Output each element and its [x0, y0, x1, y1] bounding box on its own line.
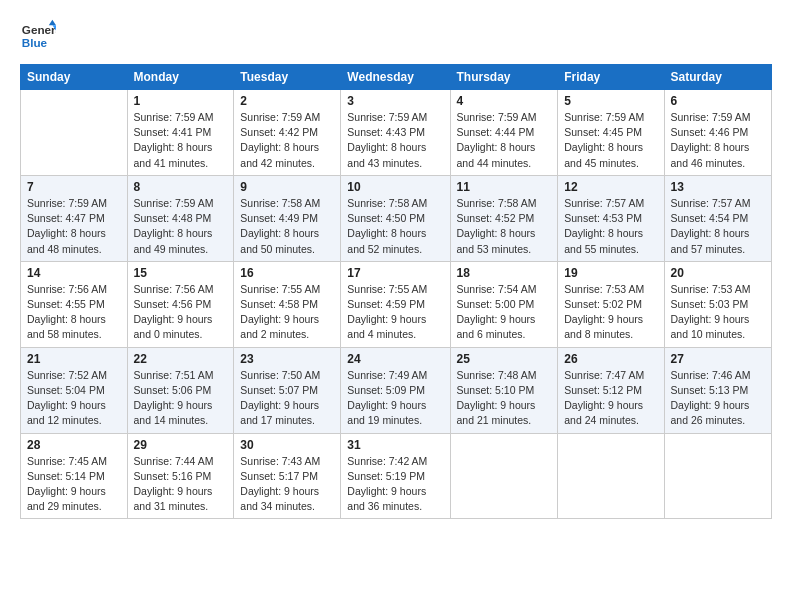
logo-icon: General Blue [20, 18, 56, 54]
calendar-cell: 30Sunrise: 7:43 AM Sunset: 5:17 PM Dayli… [234, 433, 341, 519]
day-number: 17 [347, 266, 443, 280]
calendar-cell: 28Sunrise: 7:45 AM Sunset: 5:14 PM Dayli… [21, 433, 128, 519]
calendar-body: 1Sunrise: 7:59 AM Sunset: 4:41 PM Daylig… [21, 90, 772, 519]
day-info: Sunrise: 7:48 AM Sunset: 5:10 PM Dayligh… [457, 368, 552, 429]
day-number: 20 [671, 266, 765, 280]
calendar-week-row: 14Sunrise: 7:56 AM Sunset: 4:55 PM Dayli… [21, 261, 772, 347]
day-number: 3 [347, 94, 443, 108]
day-info: Sunrise: 7:56 AM Sunset: 4:55 PM Dayligh… [27, 282, 121, 343]
weekday-header-row: SundayMondayTuesdayWednesdayThursdayFrid… [21, 65, 772, 90]
calendar-cell: 5Sunrise: 7:59 AM Sunset: 4:45 PM Daylig… [558, 90, 664, 176]
day-info: Sunrise: 7:44 AM Sunset: 5:16 PM Dayligh… [134, 454, 228, 515]
day-number: 1 [134, 94, 228, 108]
day-number: 5 [564, 94, 657, 108]
weekday-header-cell: Thursday [450, 65, 558, 90]
day-number: 13 [671, 180, 765, 194]
day-info: Sunrise: 7:57 AM Sunset: 4:53 PM Dayligh… [564, 196, 657, 257]
calendar-cell: 29Sunrise: 7:44 AM Sunset: 5:16 PM Dayli… [127, 433, 234, 519]
day-info: Sunrise: 7:59 AM Sunset: 4:48 PM Dayligh… [134, 196, 228, 257]
calendar-cell [664, 433, 771, 519]
day-info: Sunrise: 7:52 AM Sunset: 5:04 PM Dayligh… [27, 368, 121, 429]
weekday-header-cell: Saturday [664, 65, 771, 90]
calendar-cell: 11Sunrise: 7:58 AM Sunset: 4:52 PM Dayli… [450, 175, 558, 261]
day-info: Sunrise: 7:58 AM Sunset: 4:50 PM Dayligh… [347, 196, 443, 257]
day-info: Sunrise: 7:42 AM Sunset: 5:19 PM Dayligh… [347, 454, 443, 515]
calendar-cell: 1Sunrise: 7:59 AM Sunset: 4:41 PM Daylig… [127, 90, 234, 176]
calendar-cell: 16Sunrise: 7:55 AM Sunset: 4:58 PM Dayli… [234, 261, 341, 347]
day-info: Sunrise: 7:53 AM Sunset: 5:02 PM Dayligh… [564, 282, 657, 343]
calendar-cell: 27Sunrise: 7:46 AM Sunset: 5:13 PM Dayli… [664, 347, 771, 433]
calendar-cell: 19Sunrise: 7:53 AM Sunset: 5:02 PM Dayli… [558, 261, 664, 347]
weekday-header-cell: Friday [558, 65, 664, 90]
day-number: 31 [347, 438, 443, 452]
day-number: 4 [457, 94, 552, 108]
weekday-header-cell: Wednesday [341, 65, 450, 90]
day-number: 28 [27, 438, 121, 452]
header: General Blue [20, 18, 772, 54]
calendar-week-row: 28Sunrise: 7:45 AM Sunset: 5:14 PM Dayli… [21, 433, 772, 519]
calendar-cell: 18Sunrise: 7:54 AM Sunset: 5:00 PM Dayli… [450, 261, 558, 347]
day-info: Sunrise: 7:54 AM Sunset: 5:00 PM Dayligh… [457, 282, 552, 343]
calendar-cell: 17Sunrise: 7:55 AM Sunset: 4:59 PM Dayli… [341, 261, 450, 347]
day-number: 26 [564, 352, 657, 366]
day-number: 14 [27, 266, 121, 280]
day-info: Sunrise: 7:56 AM Sunset: 4:56 PM Dayligh… [134, 282, 228, 343]
day-number: 11 [457, 180, 552, 194]
calendar-cell [21, 90, 128, 176]
day-number: 2 [240, 94, 334, 108]
day-info: Sunrise: 7:59 AM Sunset: 4:43 PM Dayligh… [347, 110, 443, 171]
day-number: 27 [671, 352, 765, 366]
day-info: Sunrise: 7:51 AM Sunset: 5:06 PM Dayligh… [134, 368, 228, 429]
calendar-cell: 2Sunrise: 7:59 AM Sunset: 4:42 PM Daylig… [234, 90, 341, 176]
day-info: Sunrise: 7:59 AM Sunset: 4:45 PM Dayligh… [564, 110, 657, 171]
logo: General Blue [20, 18, 56, 54]
day-info: Sunrise: 7:59 AM Sunset: 4:47 PM Dayligh… [27, 196, 121, 257]
day-number: 7 [27, 180, 121, 194]
calendar-cell: 26Sunrise: 7:47 AM Sunset: 5:12 PM Dayli… [558, 347, 664, 433]
weekday-header-cell: Monday [127, 65, 234, 90]
calendar-cell: 7Sunrise: 7:59 AM Sunset: 4:47 PM Daylig… [21, 175, 128, 261]
calendar-table: SundayMondayTuesdayWednesdayThursdayFrid… [20, 64, 772, 519]
day-number: 23 [240, 352, 334, 366]
day-info: Sunrise: 7:59 AM Sunset: 4:42 PM Dayligh… [240, 110, 334, 171]
day-info: Sunrise: 7:49 AM Sunset: 5:09 PM Dayligh… [347, 368, 443, 429]
calendar-cell: 3Sunrise: 7:59 AM Sunset: 4:43 PM Daylig… [341, 90, 450, 176]
calendar-cell: 15Sunrise: 7:56 AM Sunset: 4:56 PM Dayli… [127, 261, 234, 347]
calendar-cell: 4Sunrise: 7:59 AM Sunset: 4:44 PM Daylig… [450, 90, 558, 176]
day-number: 24 [347, 352, 443, 366]
day-info: Sunrise: 7:55 AM Sunset: 4:59 PM Dayligh… [347, 282, 443, 343]
calendar-cell: 8Sunrise: 7:59 AM Sunset: 4:48 PM Daylig… [127, 175, 234, 261]
day-number: 16 [240, 266, 334, 280]
day-number: 15 [134, 266, 228, 280]
calendar-cell: 23Sunrise: 7:50 AM Sunset: 5:07 PM Dayli… [234, 347, 341, 433]
day-info: Sunrise: 7:46 AM Sunset: 5:13 PM Dayligh… [671, 368, 765, 429]
day-info: Sunrise: 7:50 AM Sunset: 5:07 PM Dayligh… [240, 368, 334, 429]
weekday-header-cell: Sunday [21, 65, 128, 90]
day-number: 8 [134, 180, 228, 194]
day-number: 18 [457, 266, 552, 280]
calendar-cell: 13Sunrise: 7:57 AM Sunset: 4:54 PM Dayli… [664, 175, 771, 261]
calendar-cell: 22Sunrise: 7:51 AM Sunset: 5:06 PM Dayli… [127, 347, 234, 433]
weekday-header-cell: Tuesday [234, 65, 341, 90]
calendar-cell: 9Sunrise: 7:58 AM Sunset: 4:49 PM Daylig… [234, 175, 341, 261]
day-number: 19 [564, 266, 657, 280]
calendar-week-row: 21Sunrise: 7:52 AM Sunset: 5:04 PM Dayli… [21, 347, 772, 433]
day-number: 22 [134, 352, 228, 366]
day-number: 9 [240, 180, 334, 194]
day-info: Sunrise: 7:59 AM Sunset: 4:46 PM Dayligh… [671, 110, 765, 171]
day-info: Sunrise: 7:43 AM Sunset: 5:17 PM Dayligh… [240, 454, 334, 515]
calendar-cell: 20Sunrise: 7:53 AM Sunset: 5:03 PM Dayli… [664, 261, 771, 347]
calendar-cell: 31Sunrise: 7:42 AM Sunset: 5:19 PM Dayli… [341, 433, 450, 519]
calendar-cell: 25Sunrise: 7:48 AM Sunset: 5:10 PM Dayli… [450, 347, 558, 433]
svg-text:Blue: Blue [22, 36, 48, 49]
day-number: 6 [671, 94, 765, 108]
calendar-week-row: 1Sunrise: 7:59 AM Sunset: 4:41 PM Daylig… [21, 90, 772, 176]
day-info: Sunrise: 7:55 AM Sunset: 4:58 PM Dayligh… [240, 282, 334, 343]
day-info: Sunrise: 7:45 AM Sunset: 5:14 PM Dayligh… [27, 454, 121, 515]
day-info: Sunrise: 7:59 AM Sunset: 4:44 PM Dayligh… [457, 110, 552, 171]
calendar-cell [450, 433, 558, 519]
calendar-cell [558, 433, 664, 519]
day-info: Sunrise: 7:58 AM Sunset: 4:49 PM Dayligh… [240, 196, 334, 257]
calendar-cell: 10Sunrise: 7:58 AM Sunset: 4:50 PM Dayli… [341, 175, 450, 261]
day-number: 10 [347, 180, 443, 194]
